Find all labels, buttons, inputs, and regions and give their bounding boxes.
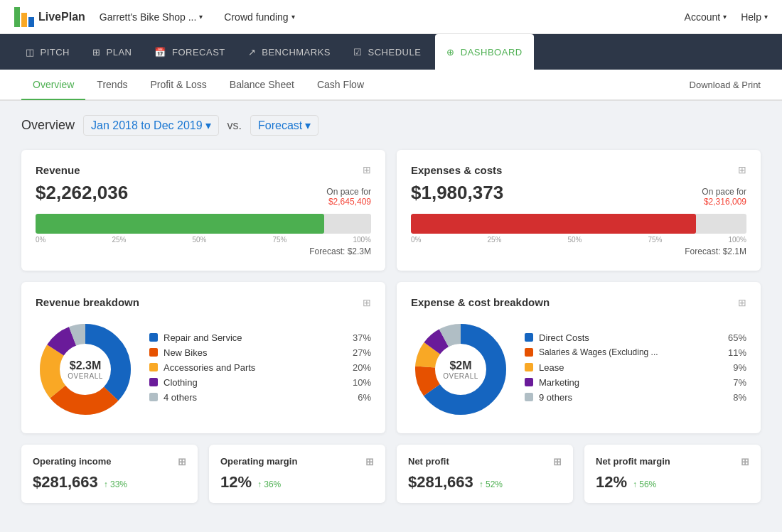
nav-forecast[interactable]: 📅 FORECAST: [143, 34, 236, 70]
date-chevron-icon: ▾: [205, 119, 211, 132]
repair-color-dot: [149, 333, 158, 342]
schedule-icon: ☑: [353, 47, 363, 58]
expense-breakdown-content: $2M OVERALL Direct Costs 65%: [411, 320, 746, 419]
nav-schedule[interactable]: ☑ SCHEDULE: [342, 34, 432, 70]
expenses-pace-amount: $2,316,009: [702, 197, 746, 207]
nav-dashboard[interactable]: ⊕ DASHBOARD: [435, 34, 533, 70]
nav-pitch[interactable]: ◫ PITCH: [14, 34, 81, 70]
pitch-icon: ◫: [26, 47, 35, 58]
marketing-color-dot: [525, 378, 533, 386]
expenses-expand-icon[interactable]: ⊞: [738, 164, 746, 175]
revenue-pace-amount: $2,645,409: [326, 197, 371, 207]
revenue-breakdown-expand-icon[interactable]: ⊞: [363, 297, 371, 308]
operating-income-title: Operating income ⊞: [33, 456, 186, 467]
legend-item-others-exp: 9 others 8%: [525, 392, 746, 403]
others-exp-color-dot: [525, 393, 533, 401]
net-profit-margin-amount: 12% ↑ 56%: [596, 473, 749, 492]
revenue-progress: 0% 25% 50% 75% 100%: [36, 214, 371, 244]
expense-legend: Direct Costs 65% Salaries & Wages (Exclu…: [525, 332, 746, 407]
company-selector[interactable]: Garrett's Bike Shop ... ▾: [100, 11, 203, 23]
forecast-selector[interactable]: Forecast ▾: [250, 115, 318, 136]
revenue-breakdown-title: Revenue breakdown: [36, 296, 139, 308]
svg-rect-0: [14, 7, 20, 27]
nav-benchmarks[interactable]: ↗ BENCHMARKS: [237, 34, 342, 70]
expenses-card-header: Expenses & costs ⊞: [411, 164, 746, 176]
tab-profit-loss[interactable]: Profit & Loss: [139, 70, 218, 100]
net-profit-margin-card: Net profit margin ⊞ 12% ↑ 56%: [584, 445, 761, 503]
forecast-icon: 📅: [154, 47, 166, 58]
revenue-donut-center: $2.3M OVERALL: [68, 359, 103, 380]
legend-item-salaries: Salaries & Wages (Excluding ... 11%: [525, 347, 746, 358]
legend-item-new-bikes: New Bikes 27%: [149, 347, 371, 358]
net-profit-title: Net profit ⊞: [408, 456, 562, 467]
revenue-progress-labels: 0% 25% 50% 75% 100%: [36, 236, 371, 244]
account-menu[interactable]: Account ▾: [685, 11, 727, 23]
operating-margin-card: Operating margin ⊞ 12% ↑ 36%: [209, 445, 385, 503]
operating-margin-title: Operating margin ⊞: [220, 456, 374, 467]
nav-plan[interactable]: ⊞ PLAN: [81, 34, 143, 70]
lease-color-dot: [525, 363, 533, 371]
company-chevron-icon: ▾: [199, 13, 203, 21]
expense-breakdown-expand-icon[interactable]: ⊞: [738, 297, 746, 308]
operating-income-card: Operating income ⊞ $281,663 ↑ 33%: [21, 445, 198, 503]
revenue-expand-icon[interactable]: ⊞: [363, 164, 371, 175]
expense-donut-center: $2M OVERALL: [443, 359, 478, 380]
tab-cash-flow[interactable]: Cash Flow: [306, 70, 375, 100]
legend-item-others-rev: 4 others 6%: [149, 392, 371, 403]
expenses-progress: 0% 25% 50% 75% 100%: [411, 214, 746, 244]
vs-label: vs.: [227, 119, 242, 132]
revenue-breakdown-card: Revenue breakdown ⊞: [21, 282, 385, 433]
expenses-progress-fill: [411, 214, 696, 234]
legend-item-accessories: Accessories and Parts 20%: [149, 362, 371, 373]
revenue-donut: $2.3M OVERALL: [36, 320, 135, 419]
metric-cards-grid: Revenue ⊞ $2,262,036 On pace for $2,645,…: [21, 150, 761, 271]
plan-icon: ⊞: [92, 47, 101, 58]
salaries-color-dot: [525, 348, 533, 357]
download-print-button[interactable]: Download & Print: [690, 80, 761, 90]
legend-item-direct: Direct Costs 65%: [525, 332, 746, 343]
svg-rect-1: [21, 13, 27, 27]
revenue-card: Revenue ⊞ $2,262,036 On pace for $2,645,…: [21, 150, 385, 271]
help-chevron-icon: ▾: [764, 13, 768, 21]
tab-balance-sheet[interactable]: Balance Sheet: [218, 70, 306, 100]
direct-color-dot: [525, 333, 533, 342]
svg-rect-2: [28, 17, 34, 27]
account-chevron-icon: ▾: [723, 13, 727, 21]
legend-item-clothing: Clothing 10%: [149, 377, 371, 388]
breakdown-cards-grid: Revenue breakdown ⊞: [21, 282, 761, 433]
expense-donut: $2M OVERALL: [411, 320, 510, 419]
op-margin-expand-icon[interactable]: ⊞: [365, 456, 374, 467]
others-rev-color-dot: [149, 393, 158, 401]
expenses-amount: $1,980,373: [411, 182, 503, 204]
overview-header: Overview Jan 2018 to Dec 2019 ▾ vs. Fore…: [21, 115, 761, 136]
date-range-selector[interactable]: Jan 2018 to Dec 2019 ▾: [83, 115, 219, 136]
logo-text: LivePlan: [38, 11, 85, 23]
crowd-funding-selector[interactable]: Crowd funding ▾: [224, 11, 294, 23]
logo: LivePlan: [14, 7, 85, 27]
net-profit-amount: $281,663 ↑ 52%: [408, 473, 562, 492]
revenue-progress-track: [36, 214, 371, 234]
sub-nav: Overview Trends Profit & Loss Balance Sh…: [0, 70, 782, 101]
net-profit-expand-icon[interactable]: ⊞: [553, 456, 562, 467]
revenue-progress-fill: [36, 214, 324, 234]
bottom-cards-grid: Operating income ⊞ $281,663 ↑ 33% Operat…: [21, 445, 761, 503]
expense-breakdown-title: Expense & cost breakdown: [411, 296, 550, 308]
expenses-pace: On pace for $2,316,009: [702, 187, 746, 207]
operating-income-amount: $281,663 ↑ 33%: [33, 473, 186, 492]
clothing-color-dot: [149, 378, 158, 386]
revenue-legend: Repair and Service 37% New Bikes 27%: [149, 332, 371, 407]
expenses-progress-labels: 0% 25% 50% 75% 100%: [411, 236, 746, 244]
revenue-title: Revenue: [36, 164, 80, 176]
forecast-chevron-icon: ▾: [305, 119, 311, 132]
net-profit-card: Net profit ⊞ $281,663 ↑ 52%: [397, 445, 573, 503]
operating-margin-amount: 12% ↑ 36%: [220, 473, 374, 492]
expense-breakdown-card: Expense & cost breakdown ⊞: [397, 282, 761, 433]
revenue-breakdown-content: $2.3M OVERALL Repair and Service 37%: [36, 320, 371, 419]
tab-trends[interactable]: Trends: [85, 70, 139, 100]
accessories-color-dot: [149, 363, 158, 371]
help-menu[interactable]: Help ▾: [741, 11, 768, 23]
op-income-expand-icon[interactable]: ⊞: [178, 456, 186, 467]
tab-overview[interactable]: Overview: [21, 70, 85, 100]
expenses-title: Expenses & costs: [411, 164, 502, 176]
net-margin-expand-icon[interactable]: ⊞: [741, 456, 749, 467]
